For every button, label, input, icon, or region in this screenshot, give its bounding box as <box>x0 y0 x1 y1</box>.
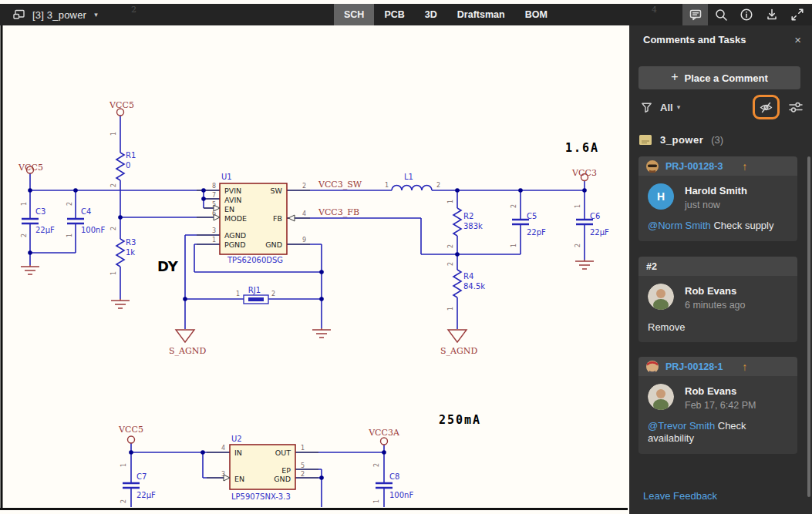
panel-scrollbar[interactable] <box>807 156 810 497</box>
comments-button[interactable] <box>682 4 708 25</box>
schematic-canvas[interactable]: VCC5VCC5VCC3VCC3_SWVCC3_FBS_AGNDS_AGNDVC… <box>0 0 629 514</box>
schematic-label: L1 <box>404 173 413 181</box>
sheet-border <box>0 25 628 509</box>
schematic-label: 1 <box>373 499 380 503</box>
place-comment-button[interactable]: + Place a Comment <box>638 66 800 89</box>
schematic-label: 84.5k <box>463 282 485 291</box>
filter-row: All ▾ <box>640 95 805 119</box>
schematic-label: 22µF <box>35 226 55 234</box>
upload-arrow-icon[interactable]: ↑ <box>742 361 747 373</box>
comment-card-header: PRJ-00128-3 ↑ <box>638 156 797 176</box>
comment-card[interactable]: PRJ-00128-3 ↑ H Harold Smith just now @N… <box>638 156 797 241</box>
chevron-down-icon[interactable]: ▾ <box>677 103 681 111</box>
comment-card-body: Rob Evans Feb 17, 6:42 PM @Trevor Smith … <box>638 376 797 454</box>
task-id-link[interactable]: PRJ-00128-1 <box>665 361 723 372</box>
avatar <box>648 284 674 310</box>
download-button[interactable] <box>759 4 784 25</box>
task-id-link[interactable]: PRJ-00128-3 <box>665 161 723 172</box>
schematic-label: OUT <box>275 448 291 457</box>
schematic-label: 2 <box>510 204 517 208</box>
schematic-label: 2 <box>447 244 454 248</box>
schematic-label: R4 <box>463 272 473 281</box>
schematic-label: VCC3_FB <box>318 207 359 217</box>
comments-icon <box>689 8 702 22</box>
schematic-label: S_AGND <box>440 346 477 356</box>
schematic-label: 5 <box>212 201 216 208</box>
capacitors <box>22 219 593 488</box>
schematic-label: 383k <box>463 222 483 230</box>
schematic-label: 2 <box>120 499 127 503</box>
tab-sch[interactable]: SCH <box>334 4 374 25</box>
schematic-label: C6 <box>590 212 600 220</box>
tab-bom[interactable]: BOM <box>515 4 558 25</box>
panel-title: Comments and Tasks <box>643 34 746 45</box>
comment-card[interactable]: #2 Rob Evans 6 minutes ago <box>638 257 797 342</box>
junction-dots <box>28 188 587 480</box>
comment-time: 6 minutes ago <box>685 297 746 311</box>
info-icon <box>740 8 753 22</box>
comment-number: #2 <box>646 261 657 272</box>
schematic-label: 1 <box>110 271 117 275</box>
toolbar-icons <box>682 4 810 25</box>
schematic-label: 2 <box>66 202 73 206</box>
avatar <box>648 384 674 410</box>
search-button[interactable] <box>708 4 733 25</box>
search-icon <box>714 8 728 22</box>
sheet-grid-ref: 4 <box>652 5 657 15</box>
schematic-label: GND <box>274 475 291 483</box>
schematic-label: FB <box>273 214 282 223</box>
comment-card-body: Rob Evans 6 minutes ago Remove <box>638 276 797 342</box>
schematic-label: R2 <box>463 212 473 220</box>
schematic-label: SW <box>271 186 283 195</box>
comment-settings-button[interactable] <box>787 98 805 116</box>
schematic-label: 1 <box>447 200 454 203</box>
component-rj1[interactable] <box>244 295 268 304</box>
info-button[interactable] <box>733 4 759 25</box>
fullscreen-button[interactable] <box>784 4 810 25</box>
avatar <box>646 160 659 173</box>
tab-3d[interactable]: 3D <box>415 4 447 25</box>
schematic-label: 8 <box>212 183 216 190</box>
schematic-label: C8 <box>389 472 399 481</box>
remove-link[interactable]: Remove <box>648 321 788 333</box>
schematic-label: 6 <box>212 210 216 217</box>
schematic-group-row[interactable]: 3_power (3) <box>638 134 723 146</box>
close-icon[interactable]: × <box>794 34 801 45</box>
tab-draftsman[interactable]: Draftsman <box>447 4 515 25</box>
schematic-label: 22µF <box>136 491 156 499</box>
schematic-label: 1 <box>21 202 28 206</box>
schematic-label: 1 <box>385 182 389 189</box>
schematic-label: U2 <box>231 435 242 443</box>
schematic-label: 4 <box>221 445 225 452</box>
tab-pcb[interactable]: PCB <box>374 4 414 25</box>
leave-feedback-link[interactable]: Leave Feedback <box>643 490 717 502</box>
schematic-label: C4 <box>81 207 91 216</box>
sliders-icon <box>788 100 804 114</box>
schematic-label: VCC3A <box>368 428 400 438</box>
plus-icon: + <box>671 70 678 84</box>
author-name: Harold Smith <box>685 183 747 197</box>
schematic-label: AGND <box>224 231 246 240</box>
schematic-label: VCC5 <box>109 100 134 110</box>
document-selector[interactable]: [3] 3_power ▾ <box>0 8 98 21</box>
schematic-label: R1 <box>126 151 136 160</box>
view-tabs: SCH PCB 3D Draftsman BOM <box>334 4 558 25</box>
schematic-label: 1 <box>574 204 581 208</box>
schematic-label: 4 <box>302 210 306 217</box>
upload-arrow-icon[interactable]: ↑ <box>742 160 747 173</box>
schematic-label: 1 <box>120 463 127 467</box>
schematic-label: 7 <box>212 192 216 199</box>
comment-card-header: #2 <box>638 257 797 276</box>
mention-link[interactable]: @Trevor Smith <box>648 420 715 432</box>
schematic-label: 100nF <box>389 491 413 499</box>
schematic-label: 1 <box>510 244 517 247</box>
schematic-label: 3 <box>221 471 225 478</box>
schematic-label: 1 <box>447 307 454 311</box>
filter-all-dropdown[interactable]: All <box>660 102 673 113</box>
schematic-label: C3 <box>35 207 45 216</box>
hide-comments-button[interactable] <box>753 95 780 119</box>
schematic-label: U1 <box>221 173 232 181</box>
mention-link[interactable]: @Norm Smith <box>648 220 711 231</box>
schematic-label: 2 <box>373 463 380 467</box>
comment-card[interactable]: PRJ-00128-1 ↑ Rob Evans Feb <box>638 357 797 454</box>
